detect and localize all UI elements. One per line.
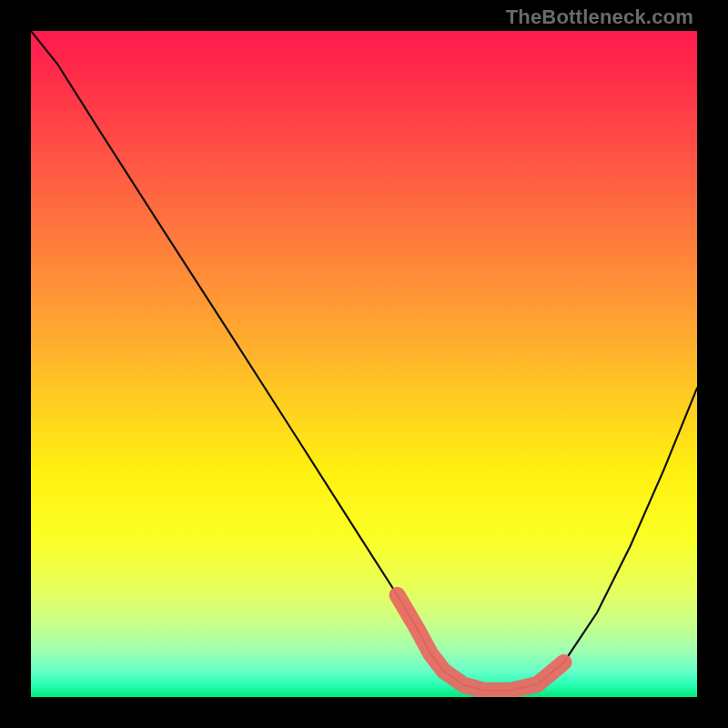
chart-svg <box>31 31 697 697</box>
optimal-range-highlight <box>398 595 564 691</box>
watermark-label: TheBottleneck.com <box>506 5 693 29</box>
bottleneck-curve <box>31 31 697 691</box>
chart-frame: TheBottleneck.com <box>0 0 728 728</box>
plot-area <box>31 31 697 697</box>
